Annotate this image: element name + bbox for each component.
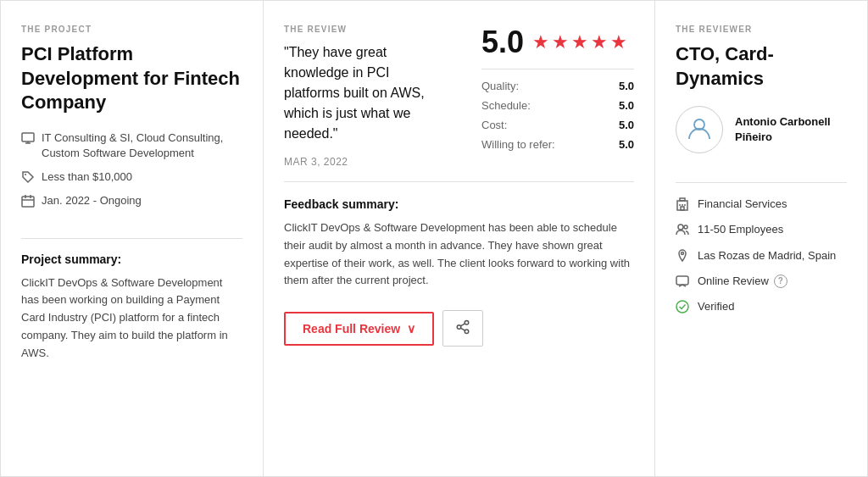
rating-overall: 5.0 ★ ★ ★ ★ ★ xyxy=(481,25,634,60)
review-left: THE REVIEW "They have great knowledge in… xyxy=(284,25,465,168)
refer-label: Willing to refer: xyxy=(481,138,555,151)
meta-employees: 11-50 Employees xyxy=(676,222,847,237)
meta-date: Jan. 2022 - Ongoing xyxy=(21,193,242,208)
star-4: ★ xyxy=(591,31,608,53)
meta-services: IT Consulting & SI, Cloud Consulting, Cu… xyxy=(21,130,242,161)
online-review-row: Online Review ? xyxy=(698,274,787,289)
meta-budget: Less than $10,000 xyxy=(21,169,242,185)
cost-label: Cost: xyxy=(481,119,507,131)
reviewer-meta: Financial Services 11-50 Employees xyxy=(676,197,847,314)
action-bar: Read Full Review ∨ xyxy=(284,310,634,347)
reviewer-section-label: THE REVIEWER xyxy=(676,25,847,34)
person-icon xyxy=(686,115,713,145)
star-2: ★ xyxy=(552,31,569,53)
rating-divider xyxy=(481,69,634,69)
cost-value: 5.0 xyxy=(619,119,634,131)
read-full-review-label: Read Full Review xyxy=(303,322,400,336)
svg-point-9 xyxy=(457,325,461,330)
project-column: THE PROJECT PCI Platform Development for… xyxy=(1,1,264,476)
feedback-text: ClickIT DevOps & Software Development ha… xyxy=(284,219,634,290)
quality-value: 5.0 xyxy=(619,80,634,92)
review-date: MAR 3, 2022 xyxy=(284,156,451,168)
rating-number: 5.0 xyxy=(481,25,524,60)
feedback-section: Feedback summary: ClickIT DevOps & Softw… xyxy=(284,181,634,452)
meta-services-text: IT Consulting & SI, Cloud Consulting, Cu… xyxy=(42,130,242,161)
svg-rect-15 xyxy=(680,198,685,201)
stars: ★ ★ ★ ★ ★ xyxy=(532,31,627,53)
share-button[interactable] xyxy=(442,310,483,347)
meta-online-review: Online Review ? xyxy=(676,274,847,289)
reviewer-profile: Antonio Carbonell Piñeiro xyxy=(676,106,847,153)
svg-point-3 xyxy=(25,174,26,175)
review-section-label: THE REVIEW xyxy=(284,25,451,34)
schedule-value: 5.0 xyxy=(619,99,634,112)
star-5: ★ xyxy=(610,31,627,53)
meta-verified-text: Verified xyxy=(698,299,734,314)
svg-point-8 xyxy=(465,321,469,325)
share-icon xyxy=(455,319,470,337)
svg-point-10 xyxy=(465,330,469,334)
project-summary-label: Project summary: xyxy=(21,252,242,266)
online-review-text: Online Review xyxy=(698,274,769,289)
svg-line-11 xyxy=(461,328,465,330)
meta-industry-text: Financial Services xyxy=(698,197,787,212)
calendar-icon xyxy=(21,194,35,208)
rating-cost: Cost: 5.0 xyxy=(481,115,634,135)
project-meta: IT Consulting & SI, Cloud Consulting, Cu… xyxy=(21,130,242,209)
refer-value: 5.0 xyxy=(619,138,634,151)
chevron-down-icon: ∨ xyxy=(407,322,415,336)
project-title: PCI Platform Development for Fintech Com… xyxy=(21,42,242,115)
meta-location-text: Las Rozas de Madrid, Spain xyxy=(698,248,836,263)
people-icon xyxy=(676,223,689,236)
reviewer-column: THE REVIEWER CTO, Card-Dynamics Antonio … xyxy=(655,1,867,476)
divider-reviewer xyxy=(676,182,847,183)
rating-refer: Willing to refer: 5.0 xyxy=(481,135,634,154)
rating-schedule: Schedule: 5.0 xyxy=(481,96,634,115)
star-3: ★ xyxy=(571,31,588,53)
project-summary-text: ClickIT DevOps & Software Development ha… xyxy=(21,275,242,363)
svg-point-24 xyxy=(676,301,688,313)
svg-point-20 xyxy=(678,225,683,230)
chat-icon xyxy=(676,275,689,288)
project-section-label: THE PROJECT xyxy=(21,25,242,34)
check-circle-icon xyxy=(676,300,689,313)
svg-rect-23 xyxy=(676,276,688,285)
tag-icon xyxy=(21,170,35,184)
svg-point-22 xyxy=(682,252,684,254)
reviewer-title: CTO, Card-Dynamics xyxy=(676,42,847,91)
review-column: THE REVIEW "They have great knowledge in… xyxy=(264,1,655,476)
meta-budget-text: Less than $10,000 xyxy=(42,169,132,185)
feedback-label: Feedback summary: xyxy=(284,197,634,211)
svg-line-12 xyxy=(461,324,465,326)
meta-location: Las Rozas de Madrid, Spain xyxy=(676,248,847,263)
quality-label: Quality: xyxy=(481,80,519,92)
avatar xyxy=(676,106,723,153)
divider-project xyxy=(21,238,242,239)
star-1: ★ xyxy=(532,31,549,53)
meta-date-text: Jan. 2022 - Ongoing xyxy=(42,193,142,208)
review-top: THE REVIEW "They have great knowledge in… xyxy=(284,25,634,168)
building-icon xyxy=(676,197,689,211)
question-badge[interactable]: ? xyxy=(774,275,787,288)
svg-rect-19 xyxy=(681,207,684,210)
monitor-icon xyxy=(21,131,35,145)
reviewer-name: Antonio Carbonell Piñeiro xyxy=(735,114,847,145)
schedule-label: Schedule: xyxy=(481,99,531,112)
svg-rect-4 xyxy=(22,197,34,207)
svg-point-21 xyxy=(684,225,687,229)
meta-employees-text: 11-50 Employees xyxy=(698,222,783,237)
svg-rect-0 xyxy=(22,133,34,141)
meta-verified: Verified xyxy=(676,299,847,314)
read-full-review-button[interactable]: Read Full Review ∨ xyxy=(284,312,434,346)
rating-quality: Quality: 5.0 xyxy=(481,76,634,96)
rating-block: 5.0 ★ ★ ★ ★ ★ Quality: 5.0 xyxy=(465,25,634,154)
meta-industry: Financial Services xyxy=(676,197,847,212)
review-quote: "They have great knowledge in PCI platfo… xyxy=(284,42,451,144)
location-icon xyxy=(676,249,689,263)
